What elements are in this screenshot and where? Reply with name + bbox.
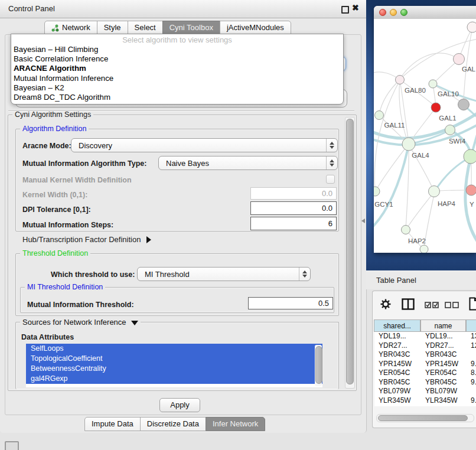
apply-button[interactable]: Apply [159,398,200,412]
attribute-list-item[interactable]: TopologicalCoefficient [26,354,322,364]
dropdown-placeholder: Select algorithm to view settings [11,35,343,45]
aracne-mode-combo[interactable]: Discovery [71,138,338,152]
hub-definition-expander[interactable]: Hub/Transcription Factor Definition [22,235,151,244]
sources-title-expander[interactable]: Sources for Network Inference [20,318,141,327]
dropdown-item[interactable]: ARACNE Algorithm [11,64,343,73]
checked-pair-icon[interactable] [425,302,439,308]
network-node-salmon[interactable] [466,185,476,195]
bottom-tab-discretize-data[interactable]: Discretize Data [140,417,206,431]
network-node-gal-pink[interactable] [454,54,465,65]
mi-steps-label: Mutual Information Steps: [22,221,113,229]
mi-type-combo[interactable]: Naive Bayes [158,156,338,170]
network-node-label: HAP2 [408,237,426,244]
unchecked-pair-icon[interactable] [445,302,459,308]
network-node-gal4[interactable] [402,138,415,151]
network-node-gal11[interactable] [375,111,384,120]
network-edge[interactable] [439,190,466,191]
column-header[interactable]: name [420,319,466,332]
table-panel-title: Table Panel [376,276,416,285]
network-node-gal1[interactable] [431,103,441,112]
network-edge[interactable] [464,27,472,99]
network-node-gcy1[interactable] [374,187,380,196]
table-row[interactable]: YER054CYER054C8. [374,369,476,378]
settings-scrollbar-thumb[interactable] [346,119,354,384]
network-node-cut-top[interactable] [467,22,476,32]
network-canvas[interactable]: GALGAL80GAL10GAL1GAL11SWI4GAL4GCY1HAP4YH… [374,19,476,253]
tab-jactivemnodules[interactable]: jActiveMNodules [220,21,291,35]
table-hscrollbar-thumb[interactable] [378,415,468,421]
which-threshold-combo[interactable]: MI Threshold [137,267,311,281]
tab-style[interactable]: Style [97,21,128,35]
network-node-hap2[interactable] [402,226,410,234]
table-cell: 9. [467,360,476,369]
float-window-icon[interactable] [341,6,349,14]
table-row[interactable]: YIL052CYIL052C9 [374,405,476,406]
table-cell: YDL19... [421,332,467,341]
attribute-list-item[interactable]: gal4RGexp [26,374,322,384]
tab-cyni-toolbox[interactable]: Cyni Toolbox [162,21,220,35]
network-node-label: GAL11 [384,122,405,129]
control-panel-window: Control Panel ✖ NetworkStyleSelectCyni T… [0,0,367,433]
document-icon[interactable] [469,297,476,311]
minimized-panel-button[interactable] [5,441,19,450]
gear-icon[interactable] [380,299,391,309]
dropdown-item[interactable]: Dream8 DC_TDC Algorithm [11,93,343,102]
network-node-gal10[interactable] [429,80,437,88]
attributes-scrollbar[interactable] [315,345,322,386]
tab-label: Impute Data [92,418,133,431]
network-node-swi4[interactable] [445,125,455,135]
table-row[interactable]: YDL19...YDL19...13 [374,332,476,341]
stepper-icon [299,268,310,281]
tab-label: Discretize Data [147,418,199,431]
manual-kernel-checkbox[interactable] [326,175,335,184]
dropdown-item[interactable]: Bayesian – Hill Climbing [11,45,343,54]
control-panel-titlebar: Control Panel ✖ [0,0,366,18]
network-edge[interactable] [406,192,434,229]
bottom-tab-infer-network[interactable]: Infer Network [206,417,265,431]
table-row[interactable]: YBL079WYBL079W [374,387,476,396]
network-node-hap4[interactable] [429,186,440,197]
table-row[interactable]: YBR045CYBR045C9. [374,378,476,387]
attributes-scrollbar-thumb[interactable] [315,346,322,384]
table-row[interactable]: YPR145WYPR145W9. [374,360,476,369]
which-threshold-label: Which threshold to use: [51,270,135,279]
close-icon[interactable]: ✖ [352,3,359,12]
network-node-gray-node[interactable] [458,99,470,110]
dropdown-item[interactable]: Mutual Information Inference [11,74,343,83]
table-hscrollbar[interactable] [376,414,474,422]
dropdown-item[interactable]: Basic Correlation Inference [11,54,343,64]
network-node-bottom-node[interactable] [420,245,428,253]
table-row[interactable]: YLR345WYLR345W9. [374,396,476,406]
mi-steps-field[interactable]: 6 [250,217,337,230]
network-node-big-green[interactable] [464,149,476,164]
network-edge-thick[interactable] [374,145,409,229]
splitter-collapse-icon[interactable] [361,219,365,223]
tab-select[interactable]: Select [128,21,163,35]
columns-icon[interactable] [402,298,415,310]
dpi-tolerance-field[interactable]: 0.0 [250,201,337,215]
dpi-tolerance-label: DPI Tolerance [0,1]: [22,206,91,214]
minimize-traffic-light-icon[interactable] [390,9,397,16]
column-header[interactable]: shared... [374,319,420,332]
table-row[interactable]: YBR043CYBR043C [374,350,476,360]
network-edge[interactable] [379,80,400,115]
table-row[interactable]: YDR27...YDR27...12 [374,341,476,351]
dropdown-item[interactable]: Bayesian – K2 [11,83,343,93]
kernel-width-field[interactable]: 0.0 [250,187,337,200]
attribute-list-item[interactable]: BetweennessCentrality [26,364,322,374]
network-node-gal80[interactable] [396,76,405,84]
table-cell: YDL19... [374,332,421,341]
attribute-list-item[interactable]: SelfLoops [26,344,322,354]
table-cell: YIL052C [421,405,467,406]
settings-scrollbar[interactable] [345,117,355,389]
zoom-traffic-light-icon[interactable] [400,9,407,16]
mi-type-label: Mutual Information Algorithm Type: [22,159,146,168]
bottom-tab-impute-data[interactable]: Impute Data [84,417,141,431]
tab-network[interactable]: Network [44,21,97,35]
network-graph[interactable]: GALGAL80GAL10GAL1GAL11SWI4GAL4GCY1HAP4YH… [374,19,476,253]
close-traffic-light-icon[interactable] [379,9,386,16]
tab-label: Cyni Toolbox [169,21,213,34]
column-header[interactable] [466,319,476,332]
mi-threshold-field[interactable]: 0.5 [248,297,333,309]
network-node-label: GAL10 [438,90,459,97]
